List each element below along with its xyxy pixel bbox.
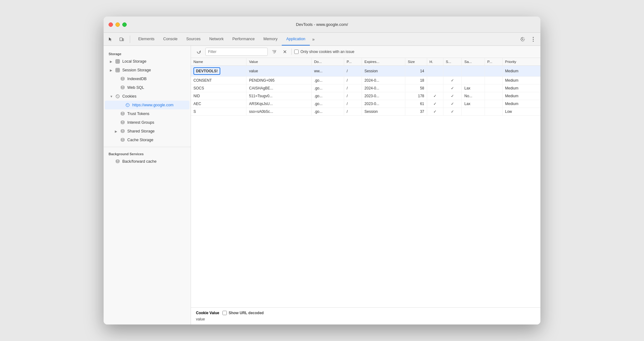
col-path[interactable]: P...: [344, 58, 362, 66]
col-size[interactable]: Size: [405, 58, 427, 66]
show-issues-checkbox-label[interactable]: Only show cookies with an issue: [294, 50, 354, 54]
show-url-decoded-label[interactable]: Show URL decoded: [222, 311, 264, 315]
svg-point-17: [121, 86, 124, 87]
col-secure[interactable]: S...: [443, 58, 462, 66]
cell-secure: ✓: [443, 92, 462, 100]
tab-elements[interactable]: Elements: [134, 33, 159, 46]
col-samesite[interactable]: Sa...: [462, 58, 485, 66]
tab-network[interactable]: Network: [205, 33, 228, 46]
sidebar-item-indexeddb[interactable]: ▶ IndexedDB: [105, 74, 189, 83]
minimize-button[interactable]: [115, 22, 120, 27]
cell-value: PENDING+095: [246, 77, 312, 84]
table-row[interactable]: DEVTOOLS!valueww.../Session14Medium: [191, 66, 540, 77]
svg-point-29: [121, 130, 124, 131]
device-toggle-icon[interactable]: [117, 35, 126, 44]
tab-bar-left-icons: [106, 35, 131, 44]
svg-point-28: [121, 121, 124, 122]
sidebar: Storage ▶ Local Storage ▶: [104, 46, 191, 324]
sidebar-item-trust-tokens[interactable]: ▶ Trust Tokens: [105, 109, 189, 118]
cell-p: [485, 66, 502, 77]
cell-name: S: [191, 108, 246, 116]
cursor-icon[interactable]: [106, 35, 115, 44]
table-row[interactable]: CONSENTPENDING+095.go.../2024-0...18✓Med…: [191, 77, 540, 84]
filter-settings-icon[interactable]: [270, 48, 278, 56]
cell-httponly: [427, 77, 443, 84]
tab-more-button[interactable]: »: [310, 33, 317, 46]
close-button[interactable]: [109, 22, 113, 27]
col-domain[interactable]: Do...: [311, 58, 344, 66]
svg-point-27: [121, 112, 124, 113]
col-p[interactable]: P...: [485, 58, 502, 66]
sidebar-item-cache-storage[interactable]: ▶ Cache Storage: [105, 136, 189, 144]
trust-tokens-icon: [120, 111, 125, 117]
show-url-decoded-checkbox[interactable]: [222, 311, 227, 315]
bottom-panel: Cookie Value Show URL decoded value: [191, 307, 540, 324]
cell-path: /: [344, 66, 362, 77]
interest-groups-icon: [120, 120, 125, 125]
google-cookies-icon: [125, 102, 130, 108]
cell-priority: Low: [502, 108, 540, 116]
sidebar-item-back-forward-cache[interactable]: ▶ Back/forward cache: [105, 157, 189, 166]
tab-application[interactable]: Application: [282, 33, 310, 46]
tab-console[interactable]: Console: [159, 33, 182, 46]
col-name[interactable]: Name: [191, 58, 246, 66]
sidebar-item-interest-groups[interactable]: ▶ Interest Groups: [105, 118, 189, 127]
col-value[interactable]: Value: [246, 58, 312, 66]
maximize-button[interactable]: [122, 22, 127, 27]
svg-point-18: [116, 95, 120, 98]
trust-tokens-label: Trust Tokens: [127, 112, 149, 116]
cell-priority: Medium: [502, 77, 540, 84]
more-options-icon[interactable]: [529, 35, 538, 44]
cell-path: /: [344, 77, 362, 84]
col-httponly[interactable]: H.: [427, 58, 443, 66]
cookies-icon: [115, 94, 120, 99]
filter-input[interactable]: [205, 48, 268, 56]
tab-performance[interactable]: Performance: [228, 33, 259, 46]
table-header-row: Name Value Do... P... Expires... Size H.…: [191, 58, 540, 66]
col-expires[interactable]: Expires...: [362, 58, 405, 66]
sidebar-item-local-storage[interactable]: ▶ Local Storage: [105, 57, 189, 66]
table-row[interactable]: SOCSCAISHAgBE....go.../2024-0...58✓LaxMe…: [191, 84, 540, 92]
expand-arrow-icon: ▶: [115, 130, 119, 133]
tab-memory[interactable]: Memory: [259, 33, 282, 46]
svg-point-24: [127, 104, 127, 105]
cell-value: CAISHAgBE...: [246, 84, 312, 92]
table-row[interactable]: Ssso=sA0bSc....go.../Session37✓✓Low: [191, 108, 540, 116]
svg-point-21: [117, 97, 118, 97]
col-priority[interactable]: Priority: [502, 58, 540, 66]
cell-value: sso=sA0bSc...: [246, 108, 312, 116]
cell-value: ARSKqsJsU...: [246, 100, 312, 108]
cell-httponly: [427, 66, 443, 77]
cell-expires: 2024-0...: [362, 84, 405, 92]
refresh-button[interactable]: [195, 48, 203, 56]
svg-point-23: [126, 103, 129, 107]
svg-point-20: [118, 96, 119, 96]
sidebar-item-shared-storage[interactable]: ▶ Shared Storage: [105, 127, 189, 136]
cell-secure: ✓: [443, 100, 462, 108]
cell-httponly: ✓: [427, 108, 443, 116]
svg-point-2: [121, 40, 121, 40]
settings-icon[interactable]: [518, 35, 527, 44]
expand-arrow-icon: ▶: [110, 60, 114, 63]
clear-filter-button[interactable]: [281, 48, 289, 56]
sidebar-item-cookies[interactable]: ▼ Cookies: [105, 92, 189, 101]
cell-domain: .go...: [311, 108, 344, 116]
cookie-value-text: value: [196, 317, 535, 321]
sidebar-item-google-cookies[interactable]: ▶ https://www.google.com: [105, 101, 189, 109]
svg-point-32: [275, 51, 276, 52]
cell-size: 61: [405, 100, 427, 108]
cell-samesite: Lax: [462, 84, 485, 92]
table-row[interactable]: AECARSKqsJsU....go.../2023-0...61✓✓LaxMe…: [191, 100, 540, 108]
cell-size: 58: [405, 84, 427, 92]
cell-samesite: [462, 77, 485, 84]
cell-domain: .go...: [311, 77, 344, 84]
tab-sources[interactable]: Sources: [182, 33, 205, 46]
show-issues-checkbox[interactable]: [294, 50, 299, 54]
cell-secure: ✓: [443, 108, 462, 116]
table-row[interactable]: NID511=Tsugv0....go.../2023-0...178✓✓No.…: [191, 92, 540, 100]
cell-p: [485, 84, 502, 92]
sidebar-item-session-storage[interactable]: ▶ Session Storage: [105, 66, 189, 74]
sidebar-item-websql[interactable]: ▶ Web SQL: [105, 83, 189, 92]
shared-storage-icon: [120, 128, 125, 134]
cell-secure: [443, 66, 462, 77]
